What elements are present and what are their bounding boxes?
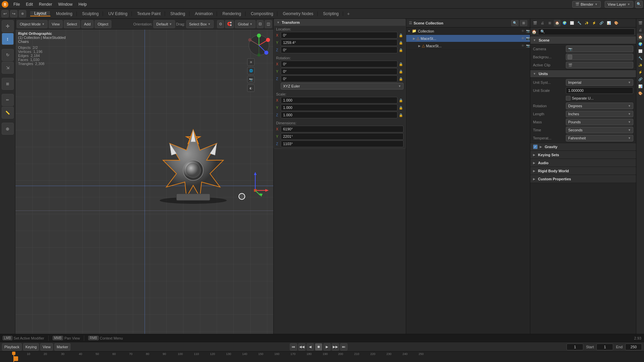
stop-btn[interactable]: ⏺ [315, 343, 322, 351]
scale-z-field[interactable]: 1.000 [281, 112, 397, 118]
rot-z-lock[interactable]: 🔒 [398, 76, 404, 81]
add-menu[interactable]: Add [81, 20, 94, 28]
jump-start-btn[interactable]: ⏮ [290, 343, 297, 351]
outliner-filter[interactable]: ⊞ [520, 20, 527, 26]
temp-unit-dropdown[interactable]: Fahrenheit ▼ [566, 135, 633, 141]
prop-tab-data[interactable]: 📊 [605, 20, 612, 26]
prop-tab-object[interactable]: ⬜ [569, 20, 575, 26]
collection-render[interactable]: 📷 [526, 29, 530, 33]
gravity-checkbox[interactable]: ✓ [533, 144, 538, 149]
scene-section-main-header[interactable]: ▼ Scene [530, 36, 636, 44]
viewport-gizmo[interactable]: X Y Z [247, 34, 271, 57]
object-mode-dropdown[interactable]: Object Mode ▼ [17, 20, 48, 28]
prop-tab-scene[interactable]: 🏠 [554, 20, 560, 26]
menu-help[interactable]: Help [76, 1, 90, 8]
vtab-object[interactable]: ⬜ [637, 48, 644, 54]
mesh1-render[interactable]: 📷 [526, 37, 530, 40]
tab-compositing[interactable]: Compositing [247, 11, 278, 16]
end-frame-input[interactable]: 250 [625, 344, 642, 350]
background-prop-value[interactable] [566, 54, 633, 60]
start-frame-input[interactable]: 1 [596, 344, 613, 350]
outliner-item-macest2[interactable]: ▶ △ MaceSt... 👁 📷 [406, 42, 530, 50]
tab-geometry-nodes[interactable]: Geometry Nodes [279, 11, 318, 16]
keying-sets-section-header[interactable]: ▶ Keying Sets [530, 151, 636, 159]
prop-tab-constraints[interactable]: 🔗 [598, 20, 605, 26]
collection-visibility[interactable]: 👁 [521, 29, 525, 33]
mesh1-visibility[interactable]: 👁 [521, 37, 525, 40]
menu-edit[interactable]: Edit [23, 1, 36, 8]
length-unit-dropdown[interactable]: Inches ▼ [566, 111, 633, 117]
scale-z-lock[interactable]: 🔒 [398, 112, 404, 118]
gravity-section-header[interactable]: ✓ ▶ Gravity [530, 143, 636, 151]
tab-scripting[interactable]: Scripting [319, 11, 343, 16]
loc-z-field[interactable]: 0° [281, 47, 397, 53]
cursor-tool[interactable]: ✛ [2, 20, 14, 32]
tab-rendering[interactable]: Rendering [218, 11, 245, 16]
scale-x-lock[interactable]: 🔒 [398, 98, 404, 103]
vtab-physics[interactable]: ⚡ [637, 69, 644, 75]
vtab-world[interactable]: 🌍 [637, 41, 644, 47]
add-workspace-btn[interactable]: + [344, 11, 353, 16]
current-frame-input[interactable]: 1 [567, 344, 583, 350]
vtab-material[interactable]: 🎨 [637, 90, 644, 97]
vp-camera-btn[interactable]: 📷 [247, 76, 255, 83]
transform-header[interactable]: ▼ Transform [274, 19, 406, 26]
active-clip-prop-value[interactable]: 🎬 [566, 62, 633, 68]
dim-z-field[interactable]: 1103° [281, 140, 404, 147]
rot-y-lock[interactable]: 🔒 [398, 69, 404, 74]
rotate-tool[interactable]: ↻ [2, 49, 14, 61]
transform-space-dropdown[interactable]: Global ▼ [235, 20, 256, 28]
loc-x-lock[interactable]: 🔒 [398, 33, 404, 38]
rot-y-field[interactable]: 0° [281, 68, 397, 75]
units-section-header[interactable]: ▼ Units [530, 70, 636, 78]
view-layer-selector[interactable]: View Layer ▼ [605, 1, 633, 8]
scale-x-field[interactable]: 1.000 [281, 97, 397, 104]
xray-toggle[interactable]: ◫ [265, 20, 272, 28]
scene-selector[interactable]: 🎬 Blender ▼ [572, 1, 601, 8]
mesh2-render[interactable]: 📷 [526, 44, 530, 48]
rot-x-lock[interactable]: 🔒 [398, 61, 404, 67]
prop-tab-material[interactable]: 🎨 [613, 20, 620, 26]
loc-y-lock[interactable]: 🔒 [398, 40, 404, 45]
tab-texture-paint[interactable]: Texture Paint [133, 11, 165, 16]
prop-tab-world[interactable]: 🌍 [561, 20, 568, 26]
outliner-item-macest1[interactable]: ▶ △ MaceSt... 👁 📷 [406, 35, 530, 42]
vtab-constraints[interactable]: 🔗 [637, 76, 644, 82]
rigid-body-world-section-header[interactable]: ▶ Rigid Body World [530, 167, 636, 175]
loc-y-field[interactable]: 1259.4° [281, 39, 397, 46]
vp-render-preview-btn[interactable]: ◐ [247, 84, 255, 92]
search-icon[interactable]: 🔍 [635, 1, 643, 8]
view-menu[interactable]: View [49, 20, 63, 28]
vtab-modifier[interactable]: 🔧 [637, 55, 644, 61]
measure-tool[interactable]: 📏 [2, 107, 14, 119]
audio-section-header[interactable]: ▶ Audio [530, 159, 636, 167]
timeline-track[interactable]: 1 10 20 30 40 50 60 70 80 90 100 110 120… [0, 352, 644, 362]
select-menu[interactable]: Select [64, 20, 80, 28]
snap-toggle[interactable]: 🧲 [225, 20, 234, 28]
keying-menu[interactable]: Keying [23, 343, 39, 351]
tab-shading[interactable]: Shading [166, 11, 190, 16]
outliner-search[interactable]: 🔍 [511, 20, 519, 26]
vtab-data[interactable]: 📊 [637, 83, 644, 89]
rot-x-field[interactable]: 0° [281, 61, 397, 67]
small-icon1[interactable]: ⊕ [19, 10, 26, 17]
vtab-scene[interactable]: 🏠 [637, 34, 644, 40]
rot-z-field[interactable]: 0° [281, 75, 397, 82]
camera-prop-value[interactable]: 📷 [566, 46, 633, 52]
drag-dropdown[interactable]: Select Box ▼ [186, 20, 214, 28]
viewport-3d[interactable]: Right Orthographic (1) Collection | Mace… [15, 29, 273, 342]
add-tool[interactable]: ⊕ [2, 123, 14, 135]
loc-z-lock[interactable]: 🔒 [398, 47, 404, 53]
object-menu[interactable]: Object [95, 20, 111, 28]
tab-layout[interactable]: Layout [30, 11, 51, 16]
scale-y-lock[interactable]: 🔒 [398, 105, 404, 110]
play-btn[interactable]: ▶ [323, 343, 331, 351]
custom-props-section-header[interactable]: ▶ Custom Properties [530, 175, 636, 183]
orientation-dropdown[interactable]: Default ▼ [153, 20, 175, 28]
transform-gizmo[interactable] [242, 170, 269, 197]
mass-unit-dropdown[interactable]: Pounds ▼ [566, 119, 633, 125]
blender-logo[interactable]: B [1, 1, 9, 8]
vtab-render[interactable]: 🎬 [637, 19, 644, 26]
timeline-view-menu[interactable]: View [40, 343, 53, 351]
tab-modeling[interactable]: Modeling [52, 11, 77, 16]
